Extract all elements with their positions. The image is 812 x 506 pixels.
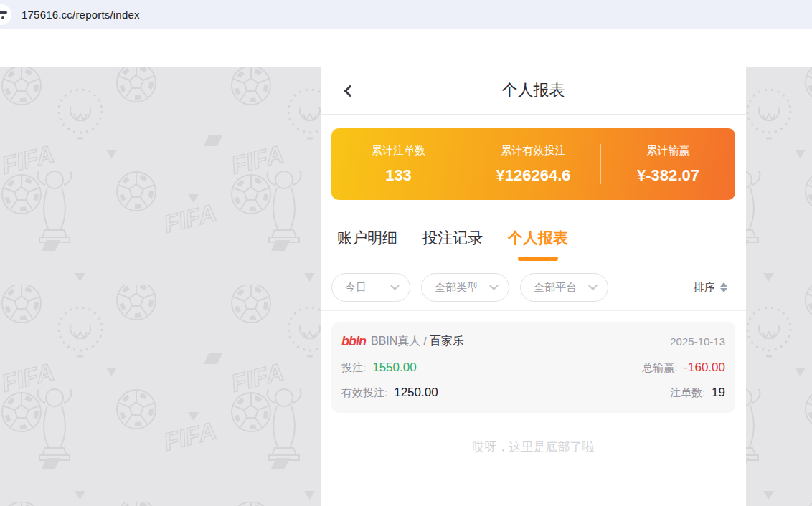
favicon-dot bbox=[1, 16, 4, 19]
chevron-down-icon bbox=[390, 281, 400, 290]
field-value: 1550.00 bbox=[372, 361, 416, 375]
back-button[interactable] bbox=[339, 67, 361, 115]
chevron-left-icon bbox=[344, 85, 357, 97]
field-bet-count: 注单数: 19 bbox=[642, 386, 725, 400]
sort-arrows-icon bbox=[720, 282, 727, 292]
stat-label: 累计有效投注 bbox=[501, 144, 566, 158]
field-label: 注单数: bbox=[670, 386, 705, 400]
platform-filter-dropdown[interactable]: 全部平台 bbox=[520, 273, 608, 302]
stat-label: 累计输赢 bbox=[647, 144, 690, 158]
stat-value: ¥126264.6 bbox=[496, 166, 571, 185]
active-tab-underline bbox=[518, 257, 558, 261]
field-bet-amount: 投注: 1550.00 bbox=[341, 361, 642, 375]
report-list: bbin BBIN真人 / 百家乐 2025-10-13 投注: 1550.00… bbox=[321, 311, 746, 455]
browser-content-gap bbox=[0, 29, 812, 67]
tab-label: 投注记录 bbox=[422, 228, 483, 248]
chevron-down-icon bbox=[588, 281, 598, 290]
field-value: -160.00 bbox=[684, 361, 725, 375]
list-end-text: 哎呀，这里是底部了啦 bbox=[331, 439, 735, 455]
bbin-logo: bbin bbox=[341, 334, 366, 349]
stat-label: 累计注单数 bbox=[372, 144, 425, 158]
report-card-fields: 投注: 1550.00 总输赢: -160.00 有效投注: 1250.00 注… bbox=[341, 361, 725, 400]
sort-button[interactable]: 排序 bbox=[694, 281, 727, 295]
page-title: 个人报表 bbox=[502, 80, 565, 101]
field-label: 投注: bbox=[341, 361, 366, 375]
field-value: 19 bbox=[712, 386, 725, 400]
report-date: 2025-10-13 bbox=[670, 335, 725, 348]
report-list-item: bbin BBIN真人 / 百家乐 2025-10-13 投注: 1550.00… bbox=[331, 322, 735, 413]
stat-valid-bets: 累计有效投注 ¥126264.6 bbox=[466, 144, 600, 185]
report-card-header: bbin BBIN真人 / 百家乐 2025-10-13 bbox=[341, 334, 725, 349]
tab-account-details[interactable]: 账户明细 bbox=[337, 211, 397, 264]
tab-bet-records[interactable]: 投注记录 bbox=[422, 211, 483, 264]
field-label: 总输赢: bbox=[642, 361, 677, 375]
field-total-win-loss: 总输赢: -160.00 bbox=[642, 361, 725, 375]
tab-label: 账户明细 bbox=[337, 228, 397, 248]
summary-stats-card: 累计注单数 133 累计有效投注 ¥126264.6 累计输赢 ¥-382.07 bbox=[331, 128, 735, 200]
tab-label: 个人报表 bbox=[508, 228, 568, 248]
dropdown-label: 今日 bbox=[345, 281, 367, 295]
stat-win-loss: 累计输赢 ¥-382.07 bbox=[601, 144, 735, 185]
sort-label: 排序 bbox=[694, 281, 715, 295]
app-panel: 个人报表 累计注单数 133 累计有效投注 ¥126264.6 累计输赢 ¥-3… bbox=[321, 67, 746, 506]
field-value: 1250.00 bbox=[394, 386, 438, 400]
provider-name: BBIN真人 bbox=[371, 334, 420, 349]
type-filter-dropdown[interactable]: 全部类型 bbox=[421, 273, 509, 302]
filter-bar: 今日 全部类型 全部平台 排序 bbox=[321, 264, 746, 311]
field-valid-bet: 有效投注: 1250.00 bbox=[341, 386, 642, 400]
sort-down-icon bbox=[720, 288, 727, 292]
url-text[interactable]: 175616.cc/reports/index bbox=[0, 9, 140, 21]
page-background: FIFA bbox=[0, 67, 812, 506]
sort-up-icon bbox=[720, 282, 727, 287]
field-label: 有效投注: bbox=[341, 386, 387, 400]
app-header: 个人报表 bbox=[321, 67, 746, 115]
favicon-bar bbox=[0, 11, 7, 14]
chevron-down-icon bbox=[489, 281, 499, 290]
stat-value: ¥-382.07 bbox=[637, 166, 699, 185]
tab-bar: 账户明细 投注记录 个人报表 bbox=[321, 211, 746, 264]
stat-value: 133 bbox=[385, 166, 412, 185]
stat-total-bets: 累计注单数 133 bbox=[331, 144, 466, 185]
game-name: 百家乐 bbox=[430, 334, 464, 349]
provider-game-separator: / bbox=[423, 335, 426, 348]
site-favicon-icon bbox=[0, 4, 11, 25]
dropdown-label: 全部类型 bbox=[435, 281, 478, 295]
tab-personal-report[interactable]: 个人报表 bbox=[508, 211, 568, 264]
summary-section: 累计注单数 133 累计有效投注 ¥126264.6 累计输赢 ¥-382.07 bbox=[321, 115, 746, 211]
browser-url-bar[interactable]: 175616.cc/reports/index bbox=[0, 0, 812, 29]
dropdown-label: 全部平台 bbox=[534, 281, 577, 295]
date-filter-dropdown[interactable]: 今日 bbox=[331, 273, 410, 302]
